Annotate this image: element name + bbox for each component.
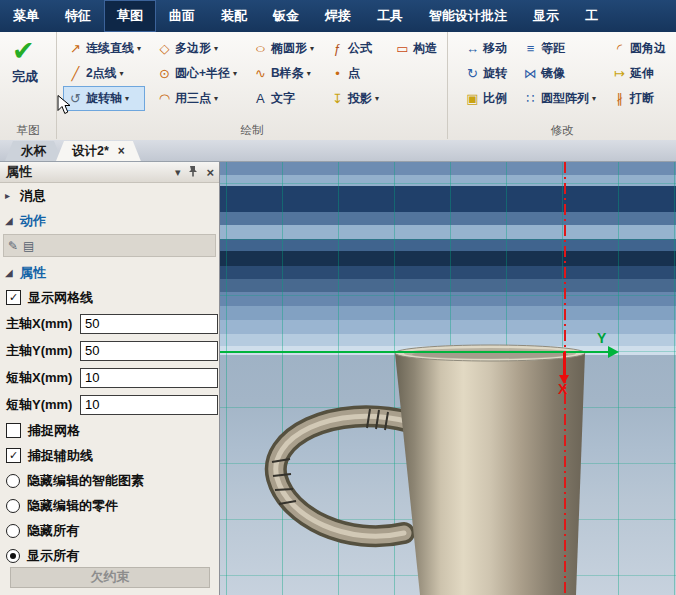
minor-axis-y-input[interactable]: [80, 395, 218, 415]
collapsed-arrow-icon: ▸: [5, 190, 20, 201]
y-axis-label: Y: [597, 330, 606, 346]
menu-tab-8[interactable]: 工具: [364, 0, 416, 32]
minor-axis-y-label: 短轴Y(mm): [6, 396, 80, 414]
text-button[interactable]: A文字: [248, 86, 318, 111]
minor-axis-x-input[interactable]: [80, 368, 218, 388]
viewport-3d[interactable]: Y X: [220, 162, 676, 595]
chevron-down-icon[interactable]: ▾: [310, 44, 314, 53]
hide-edited-smart-elements-radio[interactable]: [6, 474, 20, 488]
section-message[interactable]: ▸ 消息: [0, 183, 219, 208]
chevron-down-icon[interactable]: ▾: [137, 44, 141, 53]
revolve-axis-label: 旋转轴: [86, 90, 122, 107]
break-label: 打断: [630, 90, 654, 107]
chevron-down-icon[interactable]: ▾: [120, 69, 124, 78]
mug-model: [220, 162, 676, 595]
offset-button[interactable]: ≡等距: [518, 36, 600, 61]
hide-all-label: 隐藏所有: [27, 522, 79, 540]
point-button[interactable]: •点: [325, 61, 383, 86]
snap-guidelines-checkbox[interactable]: ✓: [6, 448, 21, 463]
chevron-down-icon[interactable]: ▾: [175, 166, 181, 179]
section-action[interactable]: ◢ 动作: [0, 208, 219, 233]
circle-center-radius-label: 圆心+半径: [175, 65, 230, 82]
hide-edited-parts-radio[interactable]: [6, 499, 20, 513]
menu-tab-6[interactable]: 钣金: [260, 0, 312, 32]
major-axis-y-label: 主轴Y(mm): [6, 342, 80, 360]
finish-check-icon[interactable]: ✔: [6, 36, 50, 66]
polyline-icon: ↗: [67, 41, 84, 56]
snap-grid-checkbox[interactable]: [6, 423, 21, 438]
rotate-button[interactable]: ↻旋转: [460, 61, 511, 86]
x-axis-label: X: [558, 381, 567, 397]
bspline-label: B样条: [271, 65, 304, 82]
tool-column: ƒ公式•点↧投影▾: [325, 36, 383, 111]
break-button[interactable]: ∦打断: [607, 86, 670, 111]
projection-label: 投影: [348, 90, 372, 107]
list-icon[interactable]: ▤: [23, 239, 34, 253]
panel-rows: ✓显示网格线主轴X(mm)主轴Y(mm)短轴X(mm)短轴Y(mm)捕捉网格✓捕…: [0, 285, 219, 568]
panel-title-bar: 属性 ▾ ×: [0, 162, 219, 183]
under-constrained-button[interactable]: 欠约束: [10, 567, 210, 588]
circle-icon: ⊙: [156, 66, 173, 81]
menu-tab-11[interactable]: 工: [572, 0, 611, 32]
major-axis-x-input[interactable]: [80, 314, 218, 334]
y-axis-line: [220, 351, 608, 353]
chevron-down-icon[interactable]: ▾: [233, 69, 237, 78]
circular-pattern-button[interactable]: ∷圆型阵列▾: [518, 86, 600, 111]
construction-button[interactable]: ▭构造: [390, 36, 441, 61]
draw-group: ↗连续直线▾╱2点线▾↺旋转轴▾◇多边形▾⊙圆心+半径▾◠用三点▾○椭圆形▾∿B…: [57, 32, 448, 139]
display-gridlines-label: 显示网格线: [28, 289, 93, 307]
polyline-button[interactable]: ↗连续直线▾: [63, 36, 145, 61]
mirror-button[interactable]: ⋈镜像: [518, 61, 600, 86]
menu-tab-2[interactable]: 特征: [52, 0, 104, 32]
hide-all-radio[interactable]: [6, 524, 20, 538]
doc-tab-water-cup[interactable]: 水杯: [5, 141, 62, 161]
two-point-line-label: 2点线: [86, 65, 117, 82]
section-property-label: 属性: [20, 264, 46, 282]
two-point-line-button[interactable]: ╱2点线▾: [63, 61, 145, 86]
fillet-edge-button[interactable]: ◜圆角边: [607, 36, 670, 61]
pin-icon[interactable]: [188, 165, 198, 179]
projection-button[interactable]: ↧投影▾: [325, 86, 383, 111]
menu-tab-4[interactable]: 曲面: [156, 0, 208, 32]
menu-tab-1[interactable]: 菜单: [0, 0, 52, 32]
major-axis-y-input[interactable]: [80, 341, 218, 361]
display-gridlines-row: ✓显示网格线: [0, 285, 219, 310]
scale-button[interactable]: ▣比例: [460, 86, 511, 111]
section-property[interactable]: ◢ 属性: [0, 260, 219, 285]
menu-tab-5[interactable]: 装配: [208, 0, 260, 32]
finish-button[interactable]: 完成: [6, 68, 50, 86]
properties-panel: 属性 ▾ × ▸ 消息 ◢ 动作 ✎ ▤ ◢ 属性 ✓显示网格线主轴X(mm)主…: [0, 162, 220, 595]
extend-button[interactable]: ↦延伸: [607, 61, 670, 86]
polygon-button[interactable]: ◇多边形▾: [152, 36, 241, 61]
show-all-radio[interactable]: [6, 549, 20, 563]
menu-tab-3[interactable]: 草图: [104, 0, 156, 32]
menu-tab-9[interactable]: 智能设计批注: [416, 0, 520, 32]
move-button[interactable]: ↔移动: [460, 36, 511, 61]
chevron-down-icon[interactable]: ▾: [307, 69, 311, 78]
display-gridlines-checkbox[interactable]: ✓: [6, 290, 21, 305]
chevron-down-icon[interactable]: ▾: [592, 94, 596, 103]
close-icon[interactable]: ×: [118, 144, 125, 158]
break-icon: ∦: [611, 91, 628, 106]
arc-three-point-button[interactable]: ◠用三点▾: [152, 86, 241, 111]
chevron-down-icon[interactable]: ▾: [125, 94, 129, 103]
spline-icon: ∿: [252, 66, 269, 81]
revolve-axis-button[interactable]: ↺旋转轴▾: [63, 86, 145, 111]
modify-group: ↔移动↻旋转▣比例≡等距⋈镜像∷圆型阵列▾◜圆角边↦延伸∦打断 修改: [448, 32, 676, 139]
close-icon[interactable]: ×: [206, 165, 214, 180]
menu-tab-7[interactable]: 焊接: [312, 0, 364, 32]
menu-tab-10[interactable]: 显示: [520, 0, 572, 32]
edit-icon[interactable]: ✎: [8, 239, 18, 253]
chevron-down-icon[interactable]: ▾: [214, 44, 218, 53]
polyline-label: 连续直线: [86, 40, 134, 57]
ellipse-button[interactable]: ○椭圆形▾: [248, 36, 318, 61]
formula-button[interactable]: ƒ公式: [325, 36, 383, 61]
circle-center-radius-button[interactable]: ⊙圆心+半径▾: [152, 61, 241, 86]
polygon-label: 多边形: [175, 40, 211, 57]
rotate-label: 旋转: [483, 65, 507, 82]
doc-tab-design2[interactable]: 设计2* ×: [56, 141, 141, 161]
bspline-button[interactable]: ∿B样条▾: [248, 61, 318, 86]
chevron-down-icon[interactable]: ▾: [375, 94, 379, 103]
chevron-down-icon[interactable]: ▾: [214, 94, 218, 103]
arc-icon: ◠: [156, 91, 173, 106]
